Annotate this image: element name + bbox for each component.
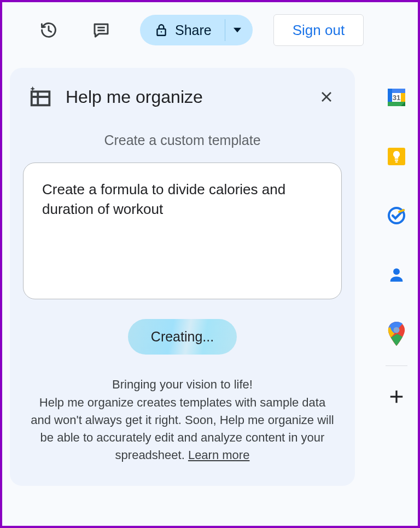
panel-subtitle: Create a custom template [23,132,342,148]
contacts-icon[interactable] [386,264,407,286]
panel-header: Help me organize [23,84,342,109]
svg-rect-4 [32,91,50,105]
tagline-text: Bringing your vision to life! [23,378,342,392]
learn-more-link[interactable]: Learn more [188,448,250,462]
prompt-input[interactable]: Create a formula to divide calories and … [23,163,342,299]
side-divider [386,365,407,366]
caret-down-icon [234,26,241,34]
top-toolbar: Share Sign out [2,2,418,56]
disclaimer-body: Help me organize creates templates with … [31,396,334,462]
calendar-icon[interactable]: 31 [386,86,407,108]
add-addon-button[interactable] [386,386,407,408]
svg-rect-18 [395,161,398,163]
close-button[interactable] [316,86,337,108]
comment-icon[interactable] [88,16,115,44]
close-icon [320,90,333,103]
share-button[interactable]: Share [140,15,225,45]
svg-text:31: 31 [393,94,400,102]
share-dropdown-button[interactable] [225,15,253,45]
svg-rect-3 [161,31,162,32]
signout-button[interactable]: Sign out [273,14,364,46]
svg-point-21 [394,327,400,333]
svg-rect-17 [395,160,398,161]
keep-icon[interactable] [386,146,407,167]
history-icon[interactable] [35,16,62,44]
disclaimer-text: Help me organize creates templates with … [23,394,342,464]
side-panel-rail: 31 [375,68,418,419]
share-button-group: Share [140,15,253,45]
panel-title: Help me organize [66,87,304,107]
plus-icon [388,388,405,405]
creating-button[interactable]: Creating... [128,319,237,355]
share-label: Share [175,22,212,38]
svg-point-20 [393,268,400,275]
sparkle-table-icon [28,84,54,109]
tasks-icon[interactable] [386,205,407,227]
lock-icon [154,23,168,37]
maps-icon[interactable] [386,323,407,345]
help-me-organize-panel: Help me organize Create a custom templat… [10,68,355,486]
